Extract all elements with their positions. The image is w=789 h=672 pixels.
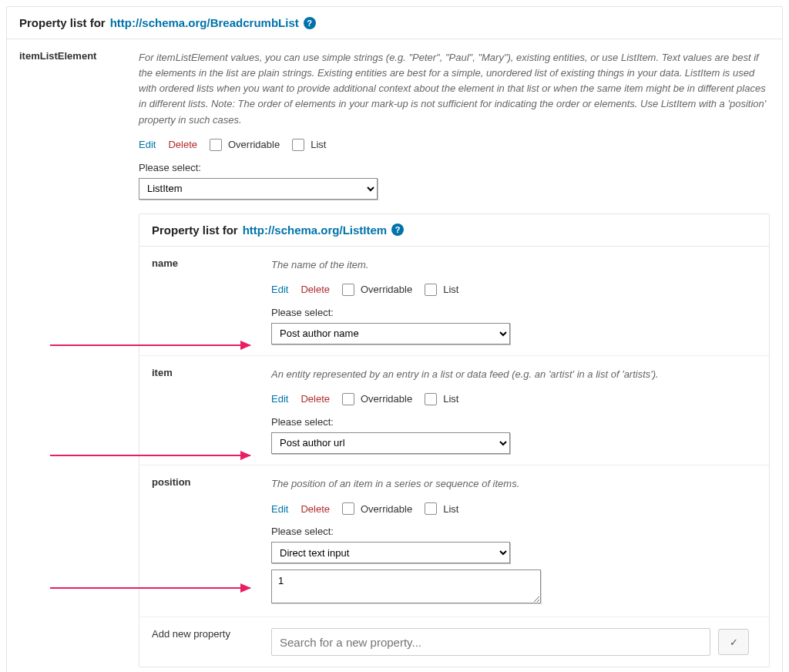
overridable-label: Overridable — [228, 139, 280, 150]
add-new-property-row: Add new property — [139, 617, 769, 667]
delete-link[interactable]: Delete — [300, 503, 330, 515]
pointer-arrow — [50, 344, 250, 346]
listitem-panel: Property list for http://schema.org/List… — [139, 213, 770, 667]
pointer-arrow — [50, 587, 250, 589]
delete-link[interactable]: Delete — [300, 393, 330, 405]
property-label: itemListElement — [7, 39, 126, 672]
name-select[interactable]: Post author name — [271, 323, 510, 344]
add-property-confirm-button[interactable] — [718, 629, 749, 655]
list-checkbox-wrap[interactable]: List — [292, 139, 326, 151]
select-label: Please select: — [271, 416, 757, 428]
list-checkbox[interactable] — [425, 502, 437, 515]
add-property-search-input[interactable] — [271, 628, 710, 656]
schema-link-listitem[interactable]: http://schema.org/ListItem — [243, 223, 388, 237]
list-label: List — [443, 393, 458, 405]
overridable-checkbox[interactable] — [210, 139, 222, 151]
select-label: Please select: — [139, 162, 770, 173]
property-label: item — [139, 356, 259, 465]
property-label: name — [139, 247, 259, 355]
list-checkbox[interactable] — [425, 284, 437, 296]
overridable-checkbox[interactable] — [342, 284, 354, 296]
select-label: Please select: — [271, 307, 757, 318]
list-label: List — [443, 284, 458, 295]
list-checkbox-wrap[interactable]: List — [425, 502, 458, 515]
property-label: position — [139, 465, 259, 617]
overridable-checkbox-wrap[interactable]: Overridable — [210, 139, 280, 151]
panel-title-prefix: Property list for — [152, 223, 238, 237]
overridable-checkbox-wrap[interactable]: Overridable — [342, 284, 412, 296]
position-text-input[interactable]: 1 — [271, 570, 541, 603]
overridable-checkbox-wrap[interactable]: Overridable — [342, 393, 412, 405]
overridable-label: Overridable — [361, 393, 412, 405]
action-links: Edit Delete Overridable List — [139, 139, 770, 151]
list-checkbox[interactable] — [292, 139, 304, 151]
property-description: For itemListElement values, you can use … — [139, 50, 770, 128]
edit-link[interactable]: Edit — [139, 139, 156, 150]
item-select[interactable]: Post author url — [271, 432, 510, 454]
delete-link[interactable]: Delete — [300, 284, 330, 295]
panel-header: Property list for http://schema.org/List… — [139, 214, 769, 247]
action-links: Edit Delete Overridable List — [271, 502, 757, 515]
edit-link[interactable]: Edit — [271, 393, 288, 405]
help-icon[interactable]: ? — [391, 223, 404, 236]
edit-link[interactable]: Edit — [271, 503, 288, 515]
select-label: Please select: — [271, 526, 757, 537]
overridable-label: Overridable — [361, 284, 412, 295]
position-select[interactable]: Direct text input — [271, 542, 510, 563]
list-checkbox[interactable] — [425, 393, 437, 405]
property-description: The name of the item. — [271, 257, 757, 273]
help-icon[interactable]: ? — [304, 17, 316, 29]
delete-link[interactable]: Delete — [168, 139, 197, 150]
overridable-checkbox[interactable] — [342, 502, 354, 515]
schema-link-breadcrumblist[interactable]: http://schema.org/BreadcrumbList — [110, 16, 299, 29]
panel-header: Property list for http://schema.org/Brea… — [7, 7, 782, 39]
action-links: Edit Delete Overridable List — [271, 284, 757, 296]
property-description: The position of an item in a series or s… — [271, 476, 757, 492]
overridable-label: Overridable — [361, 503, 412, 515]
type-select[interactable]: ListItem — [139, 178, 378, 200]
action-links: Edit Delete Overridable List — [271, 393, 757, 405]
item-row: item An entity represented by an entry i… — [139, 356, 769, 465]
name-row: name The name of the item. Edit Delete O… — [139, 247, 769, 356]
list-label: List — [311, 139, 326, 150]
list-checkbox-wrap[interactable]: List — [425, 284, 458, 296]
breadcrumblist-panel: Property list for http://schema.org/Brea… — [6, 6, 783, 672]
edit-link[interactable]: Edit — [271, 284, 288, 295]
list-label: List — [443, 503, 458, 515]
add-new-label: Add new property — [139, 617, 259, 667]
overridable-checkbox-wrap[interactable]: Overridable — [342, 502, 412, 515]
position-row: position The position of an item in a se… — [139, 465, 769, 617]
property-description: An entity represented by an entry in a l… — [271, 367, 757, 382]
list-checkbox-wrap[interactable]: List — [425, 393, 458, 405]
pointer-arrow — [50, 455, 250, 456]
overridable-checkbox[interactable] — [342, 393, 354, 405]
itemlistelement-row: itemListElement For itemListElement valu… — [7, 39, 782, 672]
panel-title-prefix: Property list for — [19, 16, 106, 29]
